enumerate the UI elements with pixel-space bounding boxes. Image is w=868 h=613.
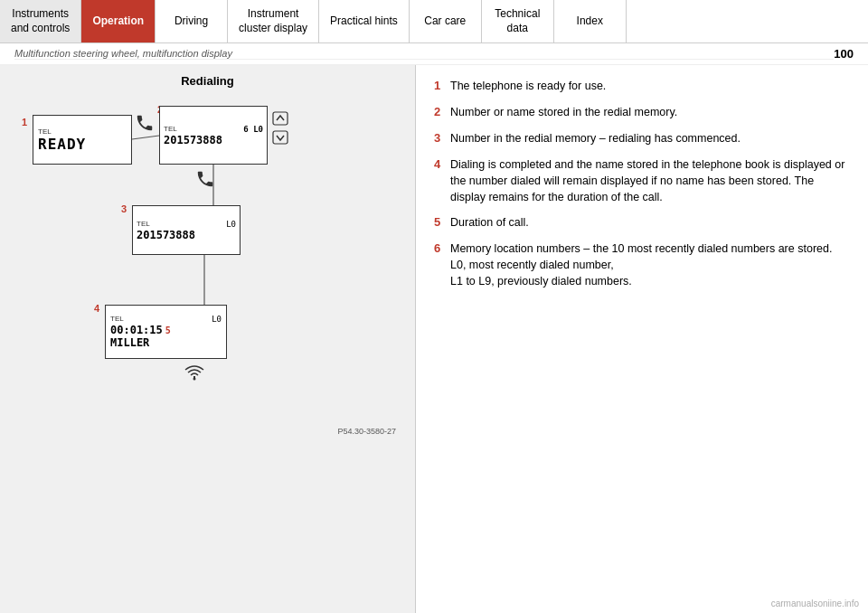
list-item: 2 Number or name stored in the redial me… [434, 104, 850, 121]
nav-item-driving[interactable]: Driving [156, 0, 228, 42]
breadcrumb: Multifunction steering wheel, multifunct… [14, 48, 834, 60]
label-4: 4 [94, 303, 99, 314]
name-display: MILLER [110, 336, 222, 349]
nav-item-index[interactable]: Index [554, 0, 627, 42]
label-1: 1 [22, 117, 27, 127]
num5-label: 5 [165, 325, 171, 335]
arrows-box2 [272, 111, 288, 145]
display-box-4: TEL L0 00:01:15 5 MILLER [105, 305, 227, 359]
nav-item-instruments[interactable]: Instruments and controls [0, 0, 81, 42]
page-number: 100 [834, 47, 854, 61]
display-box-3: TEL L0 201573888 [132, 205, 241, 255]
lo-label-2: 6 L0 [243, 125, 263, 134]
list-item: 6 Memory location numbers – the 10 most … [434, 240, 850, 289]
main-content: Redialing 1 TEL READY [0, 65, 868, 613]
diagram: 1 TEL READY 2 TEL 6 [14, 97, 401, 440]
svg-rect-4 [273, 131, 288, 144]
svg-rect-3 [273, 112, 288, 125]
svg-point-5 [193, 378, 196, 381]
list-item: 5 Duration of call. [434, 214, 850, 231]
nav-item-technical-data[interactable]: Technical data [482, 0, 554, 42]
list-item: 4 Dialing is completed and the name stor… [434, 156, 850, 205]
signal-icon [182, 363, 207, 385]
nav-item-car-care[interactable]: Car care [410, 0, 482, 42]
time-display: 00:01:15 [110, 324, 163, 336]
display-box-1: TEL READY [33, 115, 132, 165]
lo-label-4: L0 [212, 315, 222, 324]
item-list: 1 The telephone is ready for use. 2 Numb… [434, 78, 850, 289]
phone-icon-1 [135, 113, 155, 137]
section-title: Redialing [14, 74, 401, 88]
list-item: 3 Number in the redial memory – redialin… [434, 130, 850, 147]
nav-item-operation[interactable]: Operation [81, 0, 156, 42]
list-item: 1 The telephone is ready for use. [434, 78, 850, 95]
nav-item-instrument-cluster[interactable]: Instrument cluster display [228, 0, 319, 42]
diagram-ref: P54.30-3580-27 [337, 427, 396, 436]
phone-icon-2 [195, 169, 215, 193]
label-3: 3 [121, 203, 127, 214]
footer-watermark: carmanualsoniine.info [771, 599, 859, 608]
display-box-2: TEL 6 L0 201573888 [159, 106, 268, 165]
navigation-bar: Instruments and controls Operation Drivi… [0, 0, 868, 43]
content-panel: 1 The telephone is ready for use. 2 Numb… [416, 65, 868, 613]
diagram-panel: Redialing 1 TEL READY [0, 65, 416, 613]
lo-label-3: L0 [226, 220, 236, 229]
nav-item-practical-hints[interactable]: Practical hints [319, 0, 410, 42]
